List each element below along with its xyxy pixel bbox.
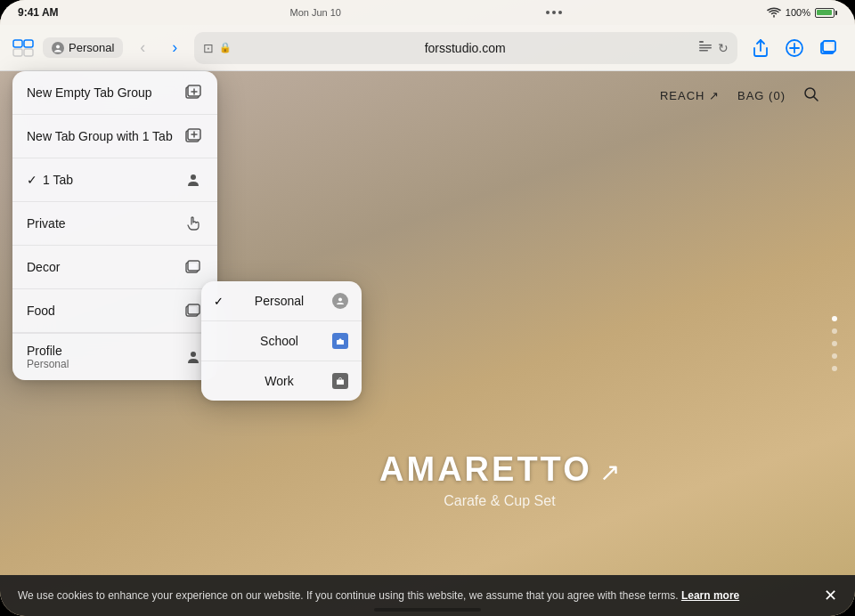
display-icon: ⊡ [203,41,214,55]
new-tab-group-with-tab-item[interactable]: New Tab Group with 1 Tab [12,115,217,158]
personal-profile-item[interactable]: ✓ Personal [201,281,362,321]
forward-button[interactable]: › [162,36,187,61]
dot1 [546,11,550,14]
svg-point-23 [338,298,342,302]
new-tab-button[interactable] [778,32,810,64]
svg-rect-7 [699,47,712,49]
new-empty-tab-group-item[interactable]: New Empty Tab Group [12,71,217,115]
browser-chrome: Personal ‹ › ⊡ 🔒 forsstudio.com ↻ [0,25,855,71]
plus-icon [785,38,804,58]
reader-icon[interactable] [698,40,712,55]
work-profile-label: Work [265,374,293,388]
status-right: 100% [767,7,837,18]
page-dot-2 [832,328,837,334]
one-tab-item[interactable]: ✓ 1 Tab [12,158,217,202]
new-empty-tab-group-label: New Empty Tab Group [27,85,183,100]
bag-link[interactable]: BAG (0) [737,89,786,102]
lock-icon: 🔒 [219,42,232,53]
svg-rect-5 [699,41,704,43]
status-bar: 9:41 AM Mon Jun 10 100% [0,0,855,25]
tab-dropdown: New Empty Tab Group New Tab Group with 1… [12,71,217,380]
work-badge-icon [336,377,345,385]
profile-row-icon [183,347,203,367]
new-tab-with-tab-icon [183,126,203,146]
svg-rect-25 [337,380,344,385]
school-badge [332,333,348,349]
private-tab-item[interactable]: Private [12,202,217,246]
battery-icon [815,8,837,18]
url-bar[interactable]: ⊡ 🔒 forsstudio.com ↻ [194,32,737,64]
one-tab-person-icon [183,170,203,190]
private-tab-icon [183,214,203,233]
school-profile-item[interactable]: ✓ School [201,321,362,361]
personal-person-badge [332,293,348,309]
page-dot-3 [832,341,837,346]
cookie-close-button[interactable]: ✕ [824,586,837,605]
reach-link[interactable]: REACH ↗ [660,89,720,102]
work-badge [332,373,348,389]
profile-avatar [52,42,64,54]
svg-point-17 [191,174,196,180]
school-profile-icon [331,332,349,350]
profile-submenu: ✓ Personal ✓ School [201,281,362,401]
cookie-learn-more[interactable]: Learn more [681,589,739,602]
svg-rect-8 [699,50,708,52]
tab-overview-button[interactable] [812,32,844,64]
decor-tab-icon [183,257,203,277]
person-silhouette-icon [186,173,200,187]
food-tab-item[interactable]: Food [12,289,217,333]
profile-tab[interactable]: Personal [43,37,123,58]
one-tab-label: 1 Tab [43,173,183,187]
school-badge-icon [336,336,345,345]
share-button[interactable] [745,32,777,64]
decor-tab-label: Decor [27,260,183,274]
profile-row[interactable]: Profile Personal [12,333,217,380]
profile-tab-label: Personal [69,41,114,54]
share-icon [751,38,770,58]
personal-profile-icon [331,292,349,310]
home-indicator [374,608,481,612]
work-profile-item[interactable]: ✓ Work [201,361,362,401]
person-badge-icon [336,296,345,305]
page-indicators [832,316,837,371]
school-profile-label: School [260,334,298,348]
toolbar-actions [745,32,844,64]
svg-rect-21 [188,304,200,314]
svg-rect-0 [13,40,22,47]
tab-grid-button[interactable] [11,38,36,58]
personal-checkmark: ✓ [214,295,224,308]
search-link[interactable] [803,86,819,105]
tab-grid-icon [12,39,34,57]
profile-row-subtitle: Personal [27,358,69,370]
hero-title: AMARETTO [379,450,592,489]
new-tab-group-icon [185,128,201,144]
private-tab-label: Private [27,216,183,231]
back-button[interactable]: ‹ [130,36,155,61]
ipad-frame: 9:41 AM Mon Jun 10 100% [0,0,855,616]
reader-view-icon [698,40,712,53]
status-date: Mon Jun 10 [290,7,341,18]
search-icon [803,86,819,102]
url-text: forsstudio.com [237,41,693,55]
hand-icon [186,215,200,231]
hero-subtitle: Carafe & Cup Set [379,493,620,509]
tab-stack-icon [185,259,201,275]
status-center-dots [546,11,562,14]
svg-rect-6 [699,45,712,46]
dot2 [552,11,556,14]
page-dot-1 [832,316,837,321]
svg-rect-11 [823,41,835,52]
profile-person-icon [186,350,200,364]
decor-tab-item[interactable]: Decor [12,246,217,289]
new-empty-tab-group-icon [185,85,201,101]
new-tab-group-label: New Tab Group with 1 Tab [27,129,183,143]
profile-row-info: Profile Personal [27,344,69,370]
svg-rect-19 [188,261,200,271]
dot3 [558,11,562,14]
new-empty-tab-icon [183,83,203,102]
refresh-icon[interactable]: ↻ [718,41,729,55]
work-profile-icon [331,372,349,390]
svg-rect-2 [13,49,22,56]
cookie-text: We use cookies to enhance your experienc… [18,589,810,602]
status-time: 9:41 AM [18,6,59,19]
